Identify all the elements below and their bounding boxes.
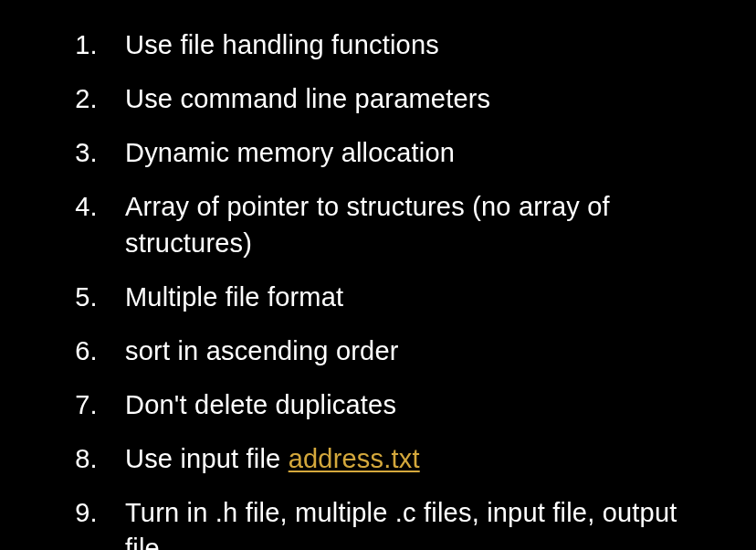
item-text: Turn in .h file, multiple .c files, inpu… bbox=[125, 498, 677, 550]
list-item: sort in ascending order bbox=[105, 333, 710, 369]
item-text: sort in ascending order bbox=[125, 336, 399, 365]
requirements-list: Use file handling functions Use command … bbox=[27, 27, 710, 550]
item-text: Array of pointer to structures (no array… bbox=[125, 192, 610, 257]
item-text: Use file handling functions bbox=[125, 30, 439, 59]
item-prefix: Use input file bbox=[125, 444, 289, 473]
file-link[interactable]: address.txt bbox=[289, 444, 420, 473]
list-item: Dynamic memory allocation bbox=[105, 135, 710, 171]
item-text: Don't delete duplicates bbox=[125, 390, 396, 419]
list-item: Don't delete duplicates bbox=[105, 387, 710, 423]
list-item: Multiple file format bbox=[105, 280, 710, 315]
item-text: Dynamic memory allocation bbox=[125, 138, 455, 167]
item-text: Multiple file format bbox=[125, 282, 343, 312]
item-text: Use command line parameters bbox=[125, 84, 490, 113]
list-item: Turn in .h file, multiple .c files, inpu… bbox=[105, 495, 710, 550]
list-item: Array of pointer to structures (no array… bbox=[105, 189, 710, 260]
list-item: Use file handling functions bbox=[105, 27, 710, 63]
list-item: Use command line parameters bbox=[105, 81, 710, 117]
list-item: Use input file address.txt bbox=[105, 441, 710, 477]
